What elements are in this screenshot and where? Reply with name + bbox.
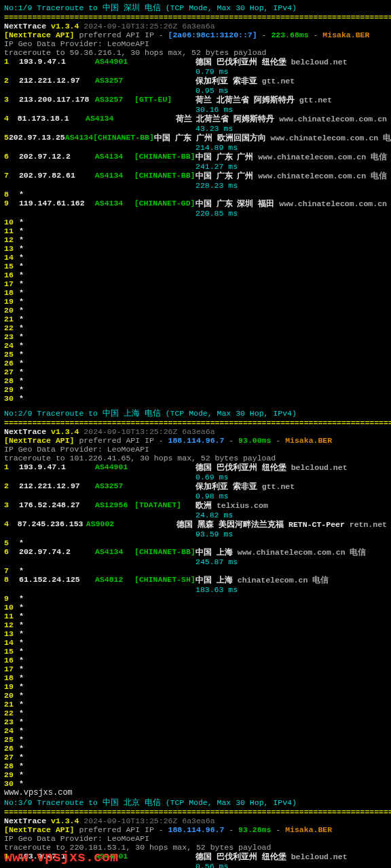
hop-peer: 电信 xyxy=(366,172,387,180)
app-version: v1.3.4 xyxy=(51,816,83,825)
hop-ip: 193.9.47.1 xyxy=(19,462,95,473)
hop-asn: AS4134 xyxy=(86,114,121,124)
api-node: Misaka.BER xyxy=(285,436,332,445)
sep: ========================================… xyxy=(4,808,387,816)
api-text: preferred API IP - xyxy=(79,31,168,39)
hop-host: gtt.net xyxy=(299,96,332,104)
app-name: NextTrace xyxy=(4,427,51,436)
hop-row: 14* xyxy=(4,638,387,647)
hop-number: 1 xyxy=(4,462,19,473)
hop-latency: 241.27 ms xyxy=(196,162,238,171)
hop-latency-row: 183.63 ms xyxy=(4,585,387,594)
hop-timeout: * xyxy=(19,341,24,350)
hop-number: 20 xyxy=(4,691,19,700)
trace-header: No:3/9 Traceroute to 中国 北京 电信 (TCP Mode,… xyxy=(4,797,387,808)
hop-row: 23* xyxy=(4,717,387,726)
target-line: traceroute to 101.226.41.65, 30 hops max… xyxy=(4,454,387,462)
hop-latency: 0.56 ms xyxy=(196,862,228,868)
hop-latency-row: 43.23 ms xyxy=(4,124,387,133)
hop-latency-row: 0.95 ms xyxy=(4,86,387,95)
hop-row: 15* xyxy=(4,262,387,271)
hop-timeout: * xyxy=(19,253,24,262)
hop-number: 13 xyxy=(4,629,19,638)
hop-ip: 119.147.61.162 xyxy=(19,199,95,209)
hop-row: 14* xyxy=(4,253,387,262)
hop-host: retn.net xyxy=(350,520,387,529)
hop-timeout: * xyxy=(19,629,24,638)
hop-ip: 213.200.117.178 xyxy=(19,95,95,105)
hop-latency: 43.23 ms xyxy=(196,124,233,133)
hop-timeout: * xyxy=(19,394,24,403)
hop-number: 15 xyxy=(4,262,19,271)
hop-latency-row: 24.82 ms xyxy=(4,511,387,519)
hop-location: 保加利亚 索非亚 gtt.net xyxy=(196,481,295,492)
hop-row: 481.173.18.1AS4134荷兰 北荷兰省 阿姆斯特丹 www.chin… xyxy=(4,114,387,124)
hop-number: 3 xyxy=(4,500,19,511)
hop-timeout: * xyxy=(19,323,24,332)
watermark-small: www.vpsjxs.com xyxy=(4,788,387,797)
hop-row: 18* xyxy=(4,673,387,682)
hop-number: 27 xyxy=(4,753,19,762)
hop-latency: 30.16 ms xyxy=(196,105,233,114)
provider-line: IP Geo Data Provider: LeoMoeAPI xyxy=(4,445,387,454)
hop-timeout: * xyxy=(19,218,24,226)
hop-timeout: * xyxy=(19,244,24,253)
hop-latency-row: 228.23 ms xyxy=(4,181,387,190)
hop-asn: AS9002 xyxy=(86,519,122,530)
hop-number: 23 xyxy=(4,717,19,726)
hop-latency: 183.63 ms xyxy=(196,585,238,594)
version-line: NextTrace v1.3.4 2024-09-10T13:25:26Z 6a… xyxy=(4,427,387,436)
hop-row: 26* xyxy=(4,744,387,753)
hop-ip: 61.152.24.125 xyxy=(19,575,95,585)
hop-row: 19* xyxy=(4,682,387,691)
hop-row: 10* xyxy=(4,603,387,612)
hop-latency-row: 214.89 ms xyxy=(4,143,387,152)
hop-asn: AS4134 xyxy=(95,152,134,162)
app-timestamp: 2024-09-10T13:25:26Z 6a3ea6a xyxy=(83,22,215,31)
hop-number: 11 xyxy=(4,226,19,235)
hop-number: 28 xyxy=(4,376,19,385)
hop-location: 中国 广东 深圳 福田 www.chinatelecom.com.cn xyxy=(196,199,387,209)
hop-row: 26* xyxy=(4,359,387,368)
hop-latency: 24.82 ms xyxy=(196,511,233,519)
hop-latency: 228.23 ms xyxy=(196,181,238,190)
hop-row: 8* xyxy=(4,190,387,199)
hop-location: 中国 广东 广州 欧洲回国方向 www.chinatelecom.com.cn … xyxy=(154,133,391,143)
hop-row: 10* xyxy=(4,218,387,226)
api-label: [NextTrace API] xyxy=(4,436,79,445)
hop-number: 11 xyxy=(4,612,19,620)
hop-host: belcloud.net xyxy=(291,58,348,66)
hop-number: 19 xyxy=(4,297,19,306)
hop-number: 12 xyxy=(4,620,19,629)
hop-number: 29 xyxy=(4,770,19,779)
hop-location: 德国 巴伐利亚州 纽伦堡 belcloud.net xyxy=(196,462,348,473)
hop-asn: AS3257 xyxy=(95,95,134,105)
hop-timeout: * xyxy=(19,779,24,788)
hop-latency: 0.95 ms xyxy=(196,86,228,95)
hop-timeout: * xyxy=(19,315,24,323)
hop-row: 29* xyxy=(4,385,387,394)
api-ip: 188.114.96.7 xyxy=(168,436,225,445)
hop-ip: 212.221.12.97 xyxy=(19,76,95,86)
hop-row: 29* xyxy=(4,770,387,779)
hop-row: 15* xyxy=(4,647,387,656)
hop-number: 27 xyxy=(4,368,19,376)
hop-number: 25 xyxy=(4,735,19,744)
hop-number: 6 xyxy=(4,547,19,557)
api-ip: 188.114.96.7 xyxy=(168,825,225,834)
hop-timeout: * xyxy=(19,279,24,288)
hop-number: 1 xyxy=(4,57,19,67)
hop-number: 23 xyxy=(4,332,19,341)
hop-asn: AS4134 xyxy=(95,171,134,181)
hop-row: 28* xyxy=(4,762,387,770)
hop-number: 16 xyxy=(4,271,19,279)
hop-timeout: * xyxy=(19,665,24,673)
hop-tag xyxy=(134,852,196,862)
hop-row: 30* xyxy=(4,779,387,788)
hop-number: 8 xyxy=(4,575,19,585)
hop-row: 16* xyxy=(4,271,387,279)
hop-number: 8 xyxy=(4,190,19,199)
hop-timeout: * xyxy=(19,673,24,682)
hop-tag xyxy=(134,76,196,86)
hop-timeout: * xyxy=(19,297,24,306)
